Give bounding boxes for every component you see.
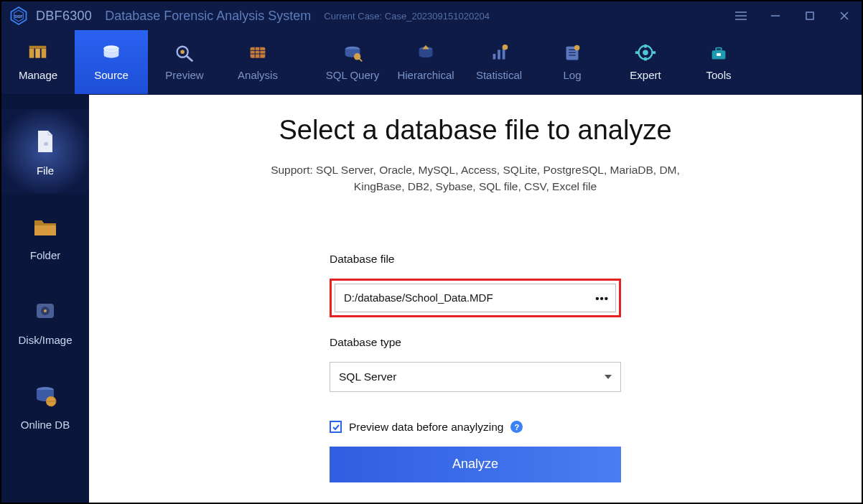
close-button[interactable]	[827, 1, 862, 30]
toolbar-expert[interactable]: Expert	[609, 30, 682, 94]
svg-rect-10	[29, 48, 34, 57]
maximize-button[interactable]	[793, 1, 827, 30]
main-content: Select a database file to analyze Suppor…	[89, 95, 862, 503]
file-icon	[31, 127, 60, 156]
sidebar: File Folder Disk/Image Online DB	[1, 95, 89, 503]
main-toolbar: Manage Source Preview Analysis SQL Query…	[1, 30, 862, 95]
page-heading: Select a database file to analyze	[279, 115, 671, 146]
sidebar-item-file[interactable]: File	[1, 109, 89, 194]
toolbar-manage[interactable]: Manage	[1, 30, 75, 94]
sidebar-item-onlinedb[interactable]: Online DB	[1, 363, 89, 448]
svg-rect-11	[35, 48, 40, 57]
svg-point-40	[643, 50, 648, 55]
toolbar-label: SQL Query	[326, 69, 379, 81]
minimize-button[interactable]	[758, 1, 793, 30]
case-prefix: Current Case:	[324, 11, 382, 22]
select-value: SQL Server	[339, 370, 396, 383]
tools-icon	[707, 43, 730, 62]
svg-rect-7	[806, 12, 813, 19]
support-text: Support: SQL Server, Oracle, MySQL, Acce…	[246, 162, 705, 195]
svg-point-38	[574, 45, 580, 51]
toolbar-statistical[interactable]: Statistical	[462, 30, 536, 94]
svg-rect-44	[652, 51, 656, 54]
analyze-button[interactable]: Analyze	[330, 447, 621, 482]
disk-icon	[31, 297, 60, 325]
form: Database file ••• Database type SQL Serv…	[330, 253, 621, 482]
sql-icon	[341, 43, 364, 62]
svg-text:DBF: DBF	[14, 14, 23, 19]
expert-icon	[634, 43, 657, 62]
sidebar-label: File	[37, 164, 54, 177]
sidebar-label: Online DB	[21, 419, 70, 431]
database-type-select[interactable]: SQL Server	[330, 362, 621, 392]
hierarchical-icon	[414, 43, 437, 62]
preview-checkbox-row[interactable]: Preview data before anaylyzing ?	[330, 421, 621, 434]
manage-icon	[27, 43, 50, 62]
toolbar-source[interactable]: Source	[75, 30, 148, 94]
toolbar-tools[interactable]: Tools	[682, 30, 755, 94]
preview-icon	[173, 43, 196, 62]
source-icon	[100, 43, 123, 62]
svg-rect-31	[498, 50, 500, 59]
chevron-down-icon	[604, 370, 612, 383]
toolbar-label: Source	[94, 69, 129, 81]
toolbar-label: Manage	[19, 69, 57, 81]
app-subtitle: Database Forensic Analysis System	[105, 9, 311, 24]
toolbar-preview[interactable]: Preview	[148, 30, 221, 94]
svg-point-33	[503, 45, 508, 50]
toolbar-label: Tools	[706, 69, 731, 81]
svg-rect-20	[251, 47, 266, 57]
sidebar-label: Disk/Image	[18, 334, 72, 346]
sidebar-item-diskimage[interactable]: Disk/Image	[1, 279, 89, 363]
type-label: Database type	[330, 336, 621, 349]
svg-marker-53	[605, 375, 612, 379]
app-title: DBF6300	[36, 9, 92, 24]
onlinedb-icon	[31, 381, 60, 410]
preview-label: Preview data before anaylyzing	[349, 421, 503, 434]
statistical-icon	[488, 43, 510, 62]
toolbar-analysis[interactable]: Analysis	[221, 30, 294, 94]
help-icon[interactable]: ?	[510, 421, 523, 433]
svg-rect-42	[644, 57, 647, 61]
toolbar-label: Statistical	[476, 69, 522, 81]
toolbar-label: Analysis	[238, 69, 278, 81]
svg-rect-13	[29, 46, 47, 49]
svg-rect-47	[717, 53, 721, 56]
title-bar: DBF DBF6300 Database Forensic Analysis S…	[1, 1, 862, 30]
log-icon	[561, 43, 584, 62]
app-logo-icon: DBF	[9, 6, 29, 26]
analysis-icon	[246, 43, 269, 62]
browse-button[interactable]: •••	[595, 291, 609, 304]
checkbox-icon	[330, 421, 342, 433]
sidebar-label: Folder	[30, 249, 61, 261]
svg-point-19	[180, 50, 185, 54]
svg-line-18	[187, 56, 192, 61]
toolbar-log[interactable]: Log	[536, 30, 609, 94]
toolbar-label: Hierarchical	[397, 69, 454, 81]
svg-rect-46	[716, 47, 722, 50]
menu-icon[interactable]	[724, 1, 758, 30]
current-case-label: Current Case: Case_202309151020204	[324, 11, 490, 22]
file-input-highlight: •••	[330, 279, 621, 317]
svg-rect-12	[42, 48, 47, 57]
svg-rect-43	[635, 51, 639, 54]
file-label: Database file	[330, 253, 621, 266]
case-id: Case_202309151020204	[385, 11, 490, 22]
body: File Folder Disk/Image Online DB Select …	[1, 95, 862, 503]
toolbar-label: Log	[563, 69, 581, 81]
svg-point-50	[44, 309, 47, 312]
toolbar-sqlquery[interactable]: SQL Query	[316, 30, 389, 94]
folder-icon	[31, 212, 60, 241]
app-window: DBF DBF6300 Database Forensic Analysis S…	[1, 1, 862, 503]
toolbar-label: Expert	[630, 69, 661, 81]
toolbar-hierarchical[interactable]: Hierarchical	[389, 30, 462, 94]
svg-line-27	[359, 58, 362, 61]
svg-rect-41	[644, 45, 647, 48]
sidebar-item-folder[interactable]: Folder	[1, 194, 89, 279]
toolbar-label: Preview	[165, 69, 203, 81]
database-file-input[interactable]	[335, 284, 616, 312]
svg-rect-30	[493, 54, 496, 60]
